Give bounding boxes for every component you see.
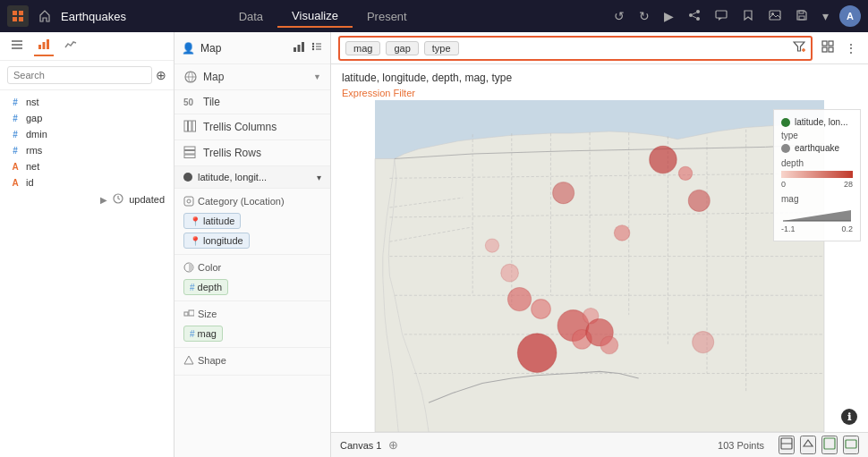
list-item[interactable]: # nst: [0, 94, 174, 110]
sidebar-tab-bar[interactable]: [34, 36, 54, 56]
svg-line-8: [693, 16, 696, 18]
nav-data[interactable]: Data: [225, 6, 277, 27]
svg-rect-18: [43, 42, 46, 49]
main-layout: ⊕ # nst # gap # dmin # rms A net: [0, 32, 868, 457]
legend-dot: [781, 118, 790, 127]
field-name: updated: [129, 194, 165, 205]
field-name: dmin: [26, 129, 47, 140]
tile-header[interactable]: 50 Tile: [174, 90, 330, 114]
latitude-pill[interactable]: 📍 latitude: [183, 213, 241, 229]
expand-icon: ▶: [100, 195, 107, 205]
canvas-label: Canvas 1: [340, 440, 381, 451]
canvas-add-btn[interactable]: ⊕: [388, 438, 398, 452]
nav-visualize[interactable]: Visualize: [277, 5, 353, 28]
sidebar-tab-list[interactable]: [7, 37, 27, 55]
legend-depth-section: depth 0 28: [781, 158, 853, 189]
panel-header-dots-btn[interactable]: [311, 40, 323, 55]
undo-btn[interactable]: ↺: [610, 7, 628, 25]
svg-rect-17: [38, 45, 41, 49]
svg-rect-86: [824, 438, 835, 449]
svg-point-79: [600, 336, 618, 354]
info-icon[interactable]: ℹ: [841, 409, 857, 425]
map-type-header[interactable]: Map ▼: [174, 64, 330, 89]
filter-pill-gap[interactable]: gap: [386, 41, 418, 55]
add-field-btn[interactable]: ⊕: [156, 68, 166, 82]
list-item[interactable]: # gap: [0, 110, 174, 126]
list-item[interactable]: # dmin: [0, 126, 174, 142]
category-label: Category (Location): [198, 196, 285, 207]
trellis-rows-header[interactable]: Trellis Rows: [174, 140, 330, 165]
depth-label: depth: [198, 282, 223, 292]
legend-mag-range: -1.1 0.2: [781, 224, 853, 233]
list-item[interactable]: A id: [0, 174, 174, 190]
viz-panel: mag gap type ⋮ latitude, longitude, dept…: [331, 32, 868, 457]
mag-max: 0.2: [841, 224, 853, 233]
size-icon: [183, 309, 194, 319]
tile-label: Tile: [203, 96, 321, 108]
redo-btn[interactable]: ↻: [635, 7, 653, 25]
field-type-icon: #: [9, 97, 21, 107]
svg-line-7: [693, 13, 696, 14]
play-btn[interactable]: ▶: [660, 7, 677, 25]
filter-pill-type[interactable]: type: [424, 41, 459, 55]
list-item[interactable]: A net: [0, 158, 174, 174]
color-icon: [183, 262, 194, 273]
geo-icon: 📍: [190, 216, 200, 226]
filter-funnel-icon[interactable]: [793, 40, 805, 55]
nav-present[interactable]: Present: [353, 6, 421, 27]
image-btn[interactable]: [765, 7, 785, 26]
bottom-icon-1[interactable]: [779, 436, 795, 454]
more-btn[interactable]: ▾: [819, 7, 832, 25]
map-icon: [183, 70, 198, 84]
svg-rect-2: [13, 17, 17, 21]
svg-point-69: [688, 190, 710, 211]
comment-btn[interactable]: [711, 7, 731, 26]
bottom-icon-4[interactable]: [843, 436, 859, 454]
svg-rect-34: [184, 147, 195, 150]
legend-type-dot: [781, 144, 790, 153]
bottom-icon-2[interactable]: [800, 436, 816, 454]
svg-rect-16: [12, 47, 22, 49]
bookmark-btn[interactable]: [738, 7, 758, 26]
list-item[interactable]: ▶ updated: [0, 190, 174, 208]
list-item[interactable]: # rms: [0, 142, 174, 158]
viz-header: latitude, longitude, depth, mag, type: [331, 64, 868, 86]
legend-series-label: latitude, lon...: [795, 117, 847, 127]
legend: latitude, lon... type earthquake depth: [773, 109, 861, 241]
legend-depth-range: 0 28: [781, 180, 853, 189]
filter-more-btn[interactable]: ⋮: [841, 38, 861, 57]
share-btn[interactable]: [685, 7, 704, 26]
legend-type-item: earthquake: [781, 143, 853, 153]
longitude-pill[interactable]: 📍 longitude: [183, 233, 250, 249]
dropdown-icon: ▼: [313, 72, 321, 81]
filter-layout-btn[interactable]: [818, 38, 838, 57]
trellis-columns-header[interactable]: Trellis Columns: [174, 114, 330, 140]
field-name: nst: [26, 97, 39, 107]
legend-mag-section: mag -1.1 0.2: [781, 194, 853, 233]
search-input[interactable]: [7, 66, 152, 84]
sidebar-tab-line[interactable]: [61, 37, 81, 55]
panel-header-chart-btn[interactable]: [293, 40, 305, 55]
home-icon[interactable]: [34, 5, 55, 27]
svg-rect-41: [189, 310, 194, 316]
legend-depth-title: depth: [781, 158, 853, 168]
shape-icon: [183, 355, 194, 366]
depth-color-pill[interactable]: # depth: [183, 279, 228, 295]
svg-point-73: [532, 300, 551, 319]
current-field-item[interactable]: latitude, longit... ▾: [174, 166, 330, 188]
trellis-rows-icon: [183, 146, 198, 160]
mag-min: -1.1: [781, 224, 796, 233]
current-field-section: latitude, longit... ▾: [174, 166, 330, 189]
current-dot: [183, 173, 192, 182]
viz-area: latitude, longitude, depth, mag, type Ex…: [331, 64, 868, 432]
save-btn[interactable]: [792, 7, 812, 26]
field-name: id: [26, 177, 34, 188]
mag-size-pill[interactable]: # mag: [183, 326, 223, 342]
bottom-icon-3[interactable]: [821, 436, 838, 454]
top-bar-left: Earthquakes: [7, 5, 126, 27]
svg-rect-23: [302, 42, 304, 52]
expression-filter[interactable]: Expression Filter: [331, 86, 868, 100]
filter-pill-mag[interactable]: mag: [345, 41, 380, 55]
svg-rect-36: [184, 155, 195, 158]
legend-mag-title: mag: [781, 194, 853, 204]
